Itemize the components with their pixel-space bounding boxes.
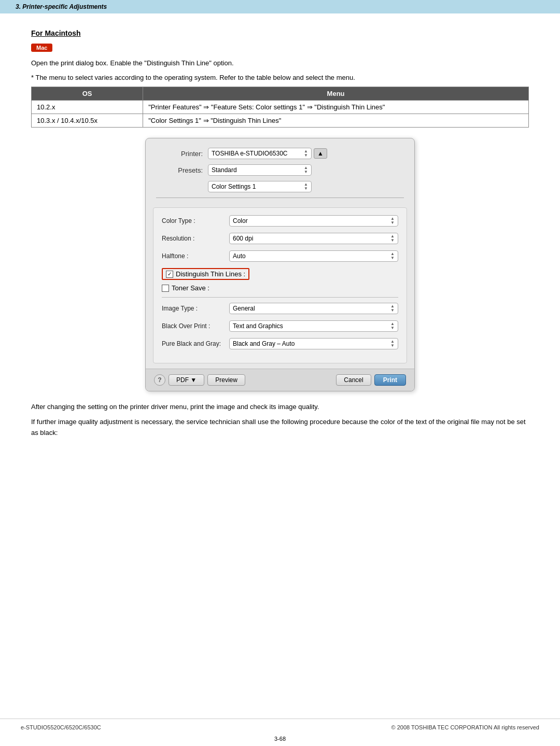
- black-over-label: Black Over Print :: [162, 322, 229, 330]
- table-row: 10.3.x / 10.4.x/10.5x "Color Settings 1"…: [32, 114, 529, 128]
- arrow-down: ▼: [304, 153, 308, 158]
- arrow-down: ▼: [390, 326, 395, 330]
- color-type-select[interactable]: Color ▲ ▼: [229, 215, 398, 227]
- black-over-select[interactable]: Text and Graphics ▲ ▼: [229, 320, 398, 332]
- pure-black-value: Black and Gray – Auto: [233, 340, 388, 347]
- header-title: 3. Printer-specific Adjustments: [16, 3, 107, 10]
- arrow-down: ▼: [390, 221, 395, 225]
- distinguish-checkbox[interactable]: ✓: [166, 271, 173, 278]
- cancel-button[interactable]: Cancel: [336, 374, 371, 386]
- printer-select[interactable]: TOSHIBA e-STUDIO6530C ▲ ▼: [208, 148, 312, 159]
- pure-black-select[interactable]: Black and Gray – Auto ▲ ▼: [229, 338, 398, 349]
- black-over-arrows: ▲ ▼: [390, 322, 395, 330]
- toner-save-checkbox-wrap: Toner Save :: [162, 284, 209, 292]
- settings-value: Color Settings 1: [212, 183, 302, 190]
- resolution-row: Resolution : 600 dpi ▲ ▼: [162, 233, 398, 244]
- pure-black-arrows: ▲ ▼: [390, 340, 395, 348]
- black-over-row: Black Over Print : Text and Graphics ▲ ▼: [162, 320, 398, 332]
- printer-arrows: ▲ ▼: [304, 149, 308, 158]
- resolution-arrows: ▲ ▼: [390, 234, 395, 243]
- os-menu-table: OS Menu 10.2.x "Printer Features" ⇒ "Fea…: [31, 87, 529, 128]
- arrow-down: ▼: [304, 187, 308, 191]
- mac-badge: Mac: [31, 44, 52, 52]
- image-type-select[interactable]: General ▲ ▼: [229, 303, 398, 314]
- print-button[interactable]: Print: [374, 374, 406, 386]
- toner-save-row: Toner Save :: [162, 284, 398, 292]
- halftone-value: Auto: [233, 252, 388, 260]
- page-number: 3-68: [274, 736, 286, 742]
- arrow-down: ▼: [390, 256, 395, 260]
- image-type-label: Image Type :: [162, 305, 229, 312]
- menu-cell-1: "Printer Features" ⇒ "Feature Sets: Colo…: [143, 101, 529, 114]
- dialog-separator-top: [156, 198, 404, 198]
- image-type-row: Image Type : General ▲ ▼: [162, 303, 398, 314]
- pure-black-row: Pure Black and Gray: Black and Gray – Au…: [162, 338, 398, 349]
- para2: * The menu to select varies according to…: [31, 73, 529, 83]
- black-over-value: Text and Graphics: [233, 322, 388, 330]
- page-footer: e-STUDIO5520C/6520C/6530C © 2008 TOSHIBA…: [0, 719, 560, 736]
- printer-label: Printer:: [156, 150, 203, 158]
- settings-arrows: ▲ ▼: [304, 182, 308, 191]
- arrow-down: ▼: [390, 308, 395, 313]
- printer-row: Printer: TOSHIBA e-STUDIO6530C ▲ ▼ ▲: [156, 148, 404, 159]
- col-os-header: OS: [32, 87, 143, 101]
- main-content: For Macintosh Mac Open the print dialog …: [0, 13, 560, 473]
- arrow-down: ▼: [304, 170, 308, 174]
- arrow-down: ▼: [390, 344, 395, 348]
- page-header: 3. Printer-specific Adjustments: [0, 0, 560, 13]
- dialog-panel: Color Type : Color ▲ ▼ Resolution : 600 …: [153, 207, 407, 363]
- arrow-down: ▼: [390, 238, 395, 243]
- para1: Open the print dialog box. Enable the "D…: [31, 58, 529, 68]
- toner-save-label: Toner Save :: [172, 284, 209, 292]
- section-heading: For Macintosh: [31, 29, 529, 37]
- printer-select-row: TOSHIBA e-STUDIO6530C ▲ ▼ ▲: [208, 148, 327, 159]
- resolution-label: Resolution :: [162, 235, 229, 242]
- footer-right: © 2008 TOSHIBA TEC CORPORATION All right…: [391, 724, 539, 730]
- printer-value: TOSHIBA e-STUDIO6530C: [212, 150, 302, 157]
- presets-label: Presets:: [156, 166, 203, 174]
- settings-select[interactable]: Color Settings 1 ▲ ▼: [208, 181, 312, 192]
- settings-row: Color Settings 1 ▲ ▼: [156, 181, 404, 192]
- printer-extra-btn[interactable]: ▲: [314, 148, 327, 159]
- menu-cell-2: "Color Settings 1" ⇒ "Distinguish Thin L…: [143, 114, 529, 128]
- halftone-label: Halftone :: [162, 252, 229, 260]
- presets-row: Presets: Standard ▲ ▼: [156, 164, 404, 176]
- presets-value: Standard: [212, 166, 302, 174]
- distinguish-highlight: ✓ Distinguish Thin Lines :: [162, 268, 249, 280]
- color-type-arrows: ▲ ▼: [390, 217, 395, 225]
- image-type-value: General: [233, 305, 388, 312]
- halftone-row: Halftone : Auto ▲ ▼: [162, 250, 398, 262]
- color-type-row: Color Type : Color ▲ ▼: [162, 215, 398, 227]
- distinguish-label: Distinguish Thin Lines :: [176, 270, 245, 278]
- os-cell-2: 10.3.x / 10.4.x/10.5x: [32, 114, 143, 128]
- distinguish-row: ✓ Distinguish Thin Lines :: [162, 268, 398, 280]
- image-type-arrows: ▲ ▼: [390, 304, 395, 313]
- help-button[interactable]: ?: [154, 374, 165, 386]
- footer-left: e-STUDIO5520C/6520C/6530C: [21, 724, 101, 730]
- after-text-1: After changing the setting on the printe…: [31, 402, 529, 413]
- col-menu-header: Menu: [143, 87, 529, 101]
- halftone-select[interactable]: Auto ▲ ▼: [229, 250, 398, 262]
- presets-select[interactable]: Standard ▲ ▼: [208, 164, 312, 176]
- dialog-bottom: ? PDF ▼ Preview Cancel Print: [146, 369, 414, 391]
- toner-save-checkbox[interactable]: [162, 285, 169, 292]
- color-type-label: Color Type :: [162, 217, 229, 224]
- panel-separator: [162, 297, 398, 298]
- resolution-select[interactable]: 600 dpi ▲ ▼: [229, 233, 398, 244]
- halftone-arrows: ▲ ▼: [390, 252, 395, 260]
- print-dialog: Printer: TOSHIBA e-STUDIO6530C ▲ ▼ ▲ Pre…: [145, 138, 415, 391]
- os-cell-1: 10.2.x: [32, 101, 143, 114]
- pdf-button[interactable]: PDF ▼: [169, 374, 204, 386]
- table-row: 10.2.x "Printer Features" ⇒ "Feature Set…: [32, 101, 529, 114]
- color-type-value: Color: [233, 217, 388, 224]
- dialog-top: Printer: TOSHIBA e-STUDIO6530C ▲ ▼ ▲ Pre…: [146, 138, 414, 207]
- resolution-value: 600 dpi: [233, 235, 388, 242]
- preview-button[interactable]: Preview: [207, 374, 245, 386]
- after-text-2: If further image quality adjustment is n…: [31, 417, 529, 439]
- presets-arrows: ▲ ▼: [304, 166, 308, 174]
- pure-black-label: Pure Black and Gray:: [162, 340, 229, 347]
